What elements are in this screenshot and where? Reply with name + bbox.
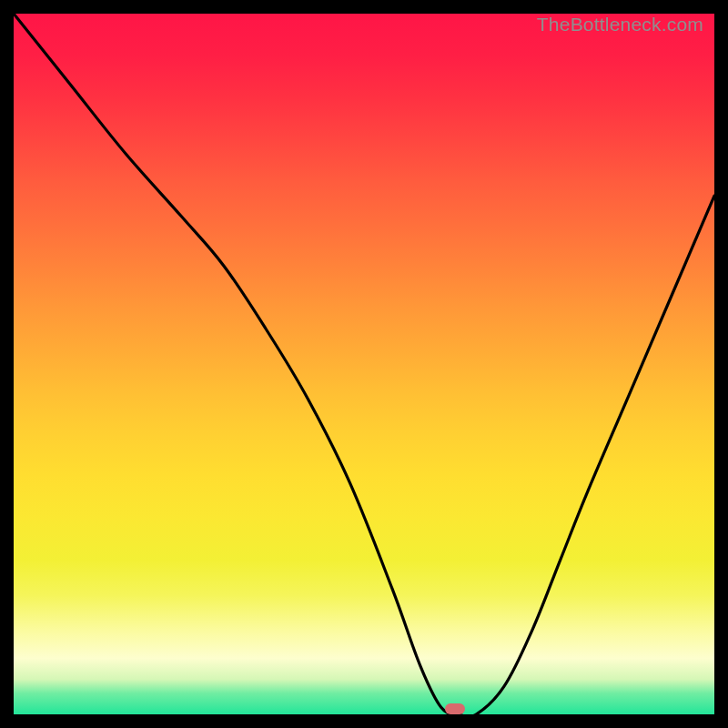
optimal-marker	[445, 703, 465, 714]
watermark-text: TheBottleneck.com	[537, 14, 703, 35]
plot-area: TheBottleneck.com	[14, 14, 714, 714]
bottleneck-curve	[14, 14, 714, 714]
chart-frame: TheBottleneck.com	[0, 0, 728, 728]
